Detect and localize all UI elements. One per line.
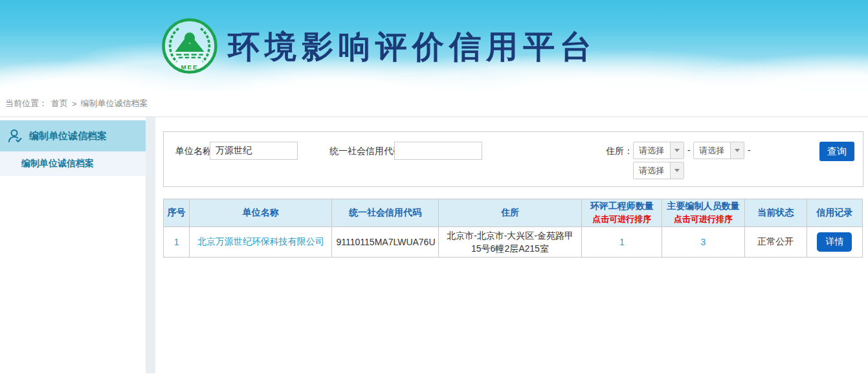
address-dash: -	[687, 142, 691, 159]
select-value: 请选择	[694, 142, 730, 159]
unit-name-link[interactable]: 北京万源世纪环保科技有限公司	[197, 236, 324, 247]
logo-text: MEE	[181, 63, 199, 71]
search-button[interactable]: 查询	[819, 142, 854, 161]
engineer-count-cell: 1	[582, 227, 662, 258]
engineer-count-link[interactable]: 1	[619, 237, 625, 247]
address-district-select[interactable]: 请选择	[633, 162, 684, 179]
credit-code-input[interactable]	[394, 142, 482, 160]
breadcrumb-home-link[interactable]: 首页	[51, 98, 68, 109]
col-header-address: 住所	[438, 199, 581, 227]
table-row: 1 北京万源世纪环保科技有限公司 91110115MA7LWUA76U 北京市-…	[164, 227, 863, 258]
address-label: 住所：	[606, 142, 633, 160]
user-check-icon	[6, 127, 23, 144]
sidebar-item-credit-archive[interactable]: 编制单位诚信档案	[0, 120, 146, 151]
detail-button[interactable]: 详情	[817, 232, 852, 252]
col-header-label: 主要编制人员数量	[663, 201, 742, 212]
address-province-select[interactable]: 请选择	[633, 142, 684, 159]
main-panel: 单位名称： 统一社会信用代码： 住所： 请选择 - 请选择 - 请选择 查询	[155, 117, 868, 373]
credit-record-cell: 详情	[807, 227, 862, 258]
select-value: 请选择	[634, 142, 670, 159]
col-header-staff-count-sort[interactable]: 主要编制人员数量 点击可进行排序	[662, 199, 744, 227]
chevron-down-icon	[670, 142, 684, 159]
site-header: MEE 环境影响评价信用平台	[0, 0, 868, 91]
sort-hint: 点击可进行排序	[583, 214, 660, 225]
col-header-engineer-count-sort[interactable]: 环评工程师数量 点击可进行排序	[582, 199, 662, 227]
unit-name-cell: 北京万源世纪环保科技有限公司	[190, 227, 332, 258]
table-header-row: 序号 单位名称 统一社会信用代码 住所 环评工程师数量 点击可进行排序 主要编制…	[164, 199, 863, 227]
breadcrumb: 当前位置： 首页 > 编制单位诚信档案	[0, 91, 868, 117]
col-header-credit-code: 统一社会信用代码	[332, 199, 438, 227]
unit-name-input[interactable]	[210, 142, 298, 160]
mee-logo-icon: MEE	[161, 16, 219, 76]
content-area: 编制单位诚信档案 编制单位诚信档案 单位名称： 统一社会信用代码： 住所： 请选…	[0, 117, 868, 373]
breadcrumb-prefix: 当前位置：	[5, 98, 47, 109]
sidebar-item-label: 编制单位诚信档案	[29, 130, 107, 142]
row-index: 1	[164, 227, 190, 258]
col-header-credit-record: 信用记录	[807, 199, 862, 227]
chevron-down-icon	[730, 142, 744, 159]
col-header-unit-name: 单位名称	[190, 199, 332, 227]
address-cell: 北京市-北京市-大兴区-金苑路甲15号6幢2层A215室	[438, 227, 581, 258]
staff-count-link[interactable]: 3	[701, 237, 706, 247]
breadcrumb-separator: >	[72, 99, 77, 109]
search-form: 单位名称： 统一社会信用代码： 住所： 请选择 - 请选择 - 请选择 查询	[163, 131, 863, 187]
staff-count-cell: 3	[662, 227, 744, 258]
sidebar-subitem-label: 编制单位诚信档案	[21, 158, 94, 170]
status-cell: 正常公开	[744, 227, 807, 258]
col-header-status: 当前状态	[744, 199, 807, 227]
address-dash: -	[748, 142, 751, 159]
sidebar: 编制单位诚信档案 编制单位诚信档案	[0, 117, 146, 373]
page-title: 环境影响评价信用平台	[228, 26, 597, 69]
sidebar-subitem-credit-archive[interactable]: 编制单位诚信档案	[0, 151, 146, 176]
sidebar-divider	[146, 117, 155, 373]
address-city-select[interactable]: 请选择	[693, 142, 744, 159]
col-header-index: 序号	[164, 199, 190, 227]
credit-code-cell: 91110115MA7LWUA76U	[332, 227, 438, 258]
col-header-label: 环评工程师数量	[583, 201, 660, 212]
chevron-down-icon	[670, 162, 684, 179]
select-value: 请选择	[634, 162, 670, 179]
sort-hint: 点击可进行排序	[663, 214, 742, 225]
results-table: 序号 单位名称 统一社会信用代码 住所 环评工程师数量 点击可进行排序 主要编制…	[163, 199, 863, 258]
breadcrumb-current: 编制单位诚信档案	[81, 98, 148, 109]
